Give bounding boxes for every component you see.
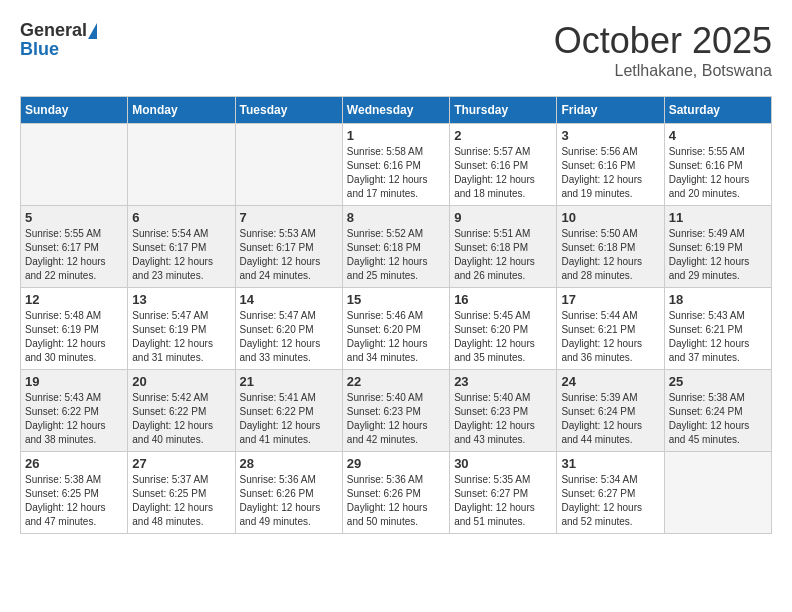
header-monday: Monday (128, 97, 235, 124)
table-row: 15Sunrise: 5:46 AM Sunset: 6:20 PM Dayli… (342, 288, 449, 370)
day-info: Sunrise: 5:44 AM Sunset: 6:21 PM Dayligh… (561, 309, 659, 365)
table-row: 20Sunrise: 5:42 AM Sunset: 6:22 PM Dayli… (128, 370, 235, 452)
logo-triangle-icon (88, 23, 97, 39)
day-number: 26 (25, 456, 123, 471)
table-row: 21Sunrise: 5:41 AM Sunset: 6:22 PM Dayli… (235, 370, 342, 452)
day-info: Sunrise: 5:47 AM Sunset: 6:20 PM Dayligh… (240, 309, 338, 365)
table-row: 27Sunrise: 5:37 AM Sunset: 6:25 PM Dayli… (128, 452, 235, 534)
day-info: Sunrise: 5:42 AM Sunset: 6:22 PM Dayligh… (132, 391, 230, 447)
table-row: 28Sunrise: 5:36 AM Sunset: 6:26 PM Dayli… (235, 452, 342, 534)
table-row: 22Sunrise: 5:40 AM Sunset: 6:23 PM Dayli… (342, 370, 449, 452)
day-number: 7 (240, 210, 338, 225)
day-info: Sunrise: 5:35 AM Sunset: 6:27 PM Dayligh… (454, 473, 552, 529)
day-number: 13 (132, 292, 230, 307)
day-number: 25 (669, 374, 767, 389)
day-info: Sunrise: 5:51 AM Sunset: 6:18 PM Dayligh… (454, 227, 552, 283)
day-number: 20 (132, 374, 230, 389)
day-number: 6 (132, 210, 230, 225)
table-row (235, 124, 342, 206)
day-number: 17 (561, 292, 659, 307)
calendar-week-row: 1Sunrise: 5:58 AM Sunset: 6:16 PM Daylig… (21, 124, 772, 206)
table-row: 14Sunrise: 5:47 AM Sunset: 6:20 PM Dayli… (235, 288, 342, 370)
table-row: 9Sunrise: 5:51 AM Sunset: 6:18 PM Daylig… (450, 206, 557, 288)
calendar-week-row: 19Sunrise: 5:43 AM Sunset: 6:22 PM Dayli… (21, 370, 772, 452)
day-number: 24 (561, 374, 659, 389)
day-number: 11 (669, 210, 767, 225)
day-info: Sunrise: 5:40 AM Sunset: 6:23 PM Dayligh… (347, 391, 445, 447)
table-row: 31Sunrise: 5:34 AM Sunset: 6:27 PM Dayli… (557, 452, 664, 534)
table-row: 19Sunrise: 5:43 AM Sunset: 6:22 PM Dayli… (21, 370, 128, 452)
calendar-week-row: 26Sunrise: 5:38 AM Sunset: 6:25 PM Dayli… (21, 452, 772, 534)
day-number: 30 (454, 456, 552, 471)
table-row: 17Sunrise: 5:44 AM Sunset: 6:21 PM Dayli… (557, 288, 664, 370)
day-number: 8 (347, 210, 445, 225)
table-row: 1Sunrise: 5:58 AM Sunset: 6:16 PM Daylig… (342, 124, 449, 206)
table-row: 8Sunrise: 5:52 AM Sunset: 6:18 PM Daylig… (342, 206, 449, 288)
day-number: 31 (561, 456, 659, 471)
day-info: Sunrise: 5:52 AM Sunset: 6:18 PM Dayligh… (347, 227, 445, 283)
day-number: 2 (454, 128, 552, 143)
day-info: Sunrise: 5:37 AM Sunset: 6:25 PM Dayligh… (132, 473, 230, 529)
day-info: Sunrise: 5:58 AM Sunset: 6:16 PM Dayligh… (347, 145, 445, 201)
day-info: Sunrise: 5:41 AM Sunset: 6:22 PM Dayligh… (240, 391, 338, 447)
day-info: Sunrise: 5:50 AM Sunset: 6:18 PM Dayligh… (561, 227, 659, 283)
table-row (21, 124, 128, 206)
table-row (128, 124, 235, 206)
table-row: 16Sunrise: 5:45 AM Sunset: 6:20 PM Dayli… (450, 288, 557, 370)
table-row: 30Sunrise: 5:35 AM Sunset: 6:27 PM Dayli… (450, 452, 557, 534)
day-info: Sunrise: 5:36 AM Sunset: 6:26 PM Dayligh… (240, 473, 338, 529)
day-info: Sunrise: 5:53 AM Sunset: 6:17 PM Dayligh… (240, 227, 338, 283)
day-number: 19 (25, 374, 123, 389)
table-row: 25Sunrise: 5:38 AM Sunset: 6:24 PM Dayli… (664, 370, 771, 452)
day-number: 3 (561, 128, 659, 143)
day-info: Sunrise: 5:38 AM Sunset: 6:25 PM Dayligh… (25, 473, 123, 529)
table-row (664, 452, 771, 534)
day-number: 5 (25, 210, 123, 225)
day-number: 21 (240, 374, 338, 389)
day-number: 10 (561, 210, 659, 225)
location-title: Letlhakane, Botswana (554, 62, 772, 80)
day-info: Sunrise: 5:34 AM Sunset: 6:27 PM Dayligh… (561, 473, 659, 529)
day-number: 23 (454, 374, 552, 389)
day-info: Sunrise: 5:40 AM Sunset: 6:23 PM Dayligh… (454, 391, 552, 447)
table-row: 3Sunrise: 5:56 AM Sunset: 6:16 PM Daylig… (557, 124, 664, 206)
day-info: Sunrise: 5:43 AM Sunset: 6:21 PM Dayligh… (669, 309, 767, 365)
day-info: Sunrise: 5:54 AM Sunset: 6:17 PM Dayligh… (132, 227, 230, 283)
logo: General Blue (20, 20, 97, 60)
day-info: Sunrise: 5:48 AM Sunset: 6:19 PM Dayligh… (25, 309, 123, 365)
day-number: 14 (240, 292, 338, 307)
day-info: Sunrise: 5:55 AM Sunset: 6:17 PM Dayligh… (25, 227, 123, 283)
header-thursday: Thursday (450, 97, 557, 124)
header-friday: Friday (557, 97, 664, 124)
table-row: 10Sunrise: 5:50 AM Sunset: 6:18 PM Dayli… (557, 206, 664, 288)
calendar-header-row: Sunday Monday Tuesday Wednesday Thursday… (21, 97, 772, 124)
table-row: 11Sunrise: 5:49 AM Sunset: 6:19 PM Dayli… (664, 206, 771, 288)
table-row: 12Sunrise: 5:48 AM Sunset: 6:19 PM Dayli… (21, 288, 128, 370)
day-number: 27 (132, 456, 230, 471)
table-row: 2Sunrise: 5:57 AM Sunset: 6:16 PM Daylig… (450, 124, 557, 206)
day-info: Sunrise: 5:36 AM Sunset: 6:26 PM Dayligh… (347, 473, 445, 529)
day-number: 18 (669, 292, 767, 307)
header-tuesday: Tuesday (235, 97, 342, 124)
table-row: 26Sunrise: 5:38 AM Sunset: 6:25 PM Dayli… (21, 452, 128, 534)
day-number: 22 (347, 374, 445, 389)
day-info: Sunrise: 5:57 AM Sunset: 6:16 PM Dayligh… (454, 145, 552, 201)
month-title: October 2025 (554, 20, 772, 62)
day-number: 1 (347, 128, 445, 143)
table-row: 18Sunrise: 5:43 AM Sunset: 6:21 PM Dayli… (664, 288, 771, 370)
day-number: 28 (240, 456, 338, 471)
calendar-week-row: 12Sunrise: 5:48 AM Sunset: 6:19 PM Dayli… (21, 288, 772, 370)
day-info: Sunrise: 5:43 AM Sunset: 6:22 PM Dayligh… (25, 391, 123, 447)
day-info: Sunrise: 5:46 AM Sunset: 6:20 PM Dayligh… (347, 309, 445, 365)
logo-general-text: General (20, 20, 87, 41)
day-number: 9 (454, 210, 552, 225)
day-number: 4 (669, 128, 767, 143)
page-header: General Blue October 2025 Letlhakane, Bo… (20, 20, 772, 80)
table-row: 24Sunrise: 5:39 AM Sunset: 6:24 PM Dayli… (557, 370, 664, 452)
table-row: 13Sunrise: 5:47 AM Sunset: 6:19 PM Dayli… (128, 288, 235, 370)
table-row: 4Sunrise: 5:55 AM Sunset: 6:16 PM Daylig… (664, 124, 771, 206)
header-sunday: Sunday (21, 97, 128, 124)
table-row: 6Sunrise: 5:54 AM Sunset: 6:17 PM Daylig… (128, 206, 235, 288)
day-info: Sunrise: 5:56 AM Sunset: 6:16 PM Dayligh… (561, 145, 659, 201)
day-number: 12 (25, 292, 123, 307)
